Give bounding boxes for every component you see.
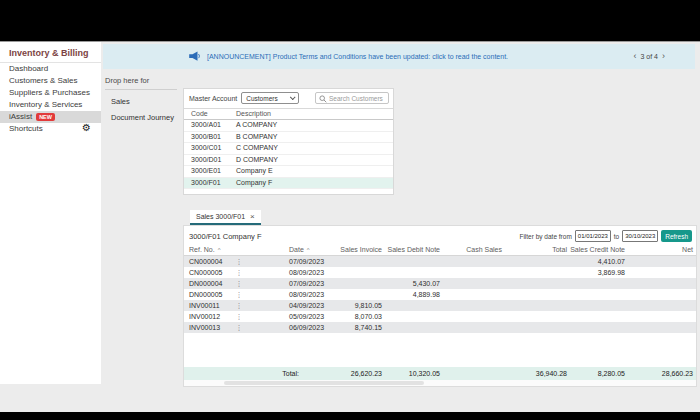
customer-row-3000-c01[interactable]: 3000/C01C COMPANY	[184, 143, 393, 155]
customer-code-cell: 3000/B01	[184, 132, 229, 143]
date-cell: 08/09/2023	[246, 267, 327, 278]
pager-next-icon[interactable]: ›	[662, 52, 665, 61]
sidebar-item-label: iAssist	[9, 111, 32, 123]
cash-sales-cell	[440, 289, 502, 300]
sidebar-item-label: Dashboard	[9, 63, 48, 75]
customer-row-3000-e01[interactable]: 3000/E01Company E	[184, 166, 393, 178]
cash-sales-cell	[440, 322, 502, 333]
date-to-input[interactable]	[622, 230, 658, 242]
sort-caret-icon: ^	[218, 247, 221, 253]
sales-invoice-cell: 8,070.03	[327, 311, 382, 322]
sidebar-item-label: Shortcuts	[9, 123, 43, 135]
row-actions-kebab-icon[interactable]: ⋮	[232, 278, 246, 289]
app-window: Inventory & Billing DashboardCustomers &…	[0, 41, 700, 412]
transactions-table-body: CN000004⋮07/09/20234,410.07CN000005⋮08/0…	[184, 256, 696, 333]
sales-debit-note-cell: 4,889.98	[382, 289, 440, 300]
sidebar-item-dashboard[interactable]: Dashboard	[0, 63, 101, 75]
refresh-button[interactable]: Refresh	[661, 230, 692, 242]
customer-row-3000-a01[interactable]: 3000/A01A COMPANY	[184, 120, 393, 132]
row-actions-kebab-icon[interactable]: ⋮	[232, 322, 246, 333]
net-cell	[625, 300, 696, 311]
date-cell: 05/09/2023	[246, 311, 327, 322]
customer-description-cell: A COMPANY	[229, 120, 393, 131]
sales-debit-note-cell	[382, 300, 440, 311]
master-account-label: Master Account	[189, 95, 237, 102]
customer-code-cell: 3000/C01	[184, 143, 229, 154]
table-row-cn000004[interactable]: CN000004⋮07/09/20234,410.07	[184, 256, 696, 267]
date-from-input[interactable]	[575, 230, 611, 242]
gear-icon[interactable]: ⚙	[82, 122, 91, 134]
customer-code-cell: 3000/E01	[184, 166, 229, 177]
horizontal-scrollbar[interactable]	[184, 380, 696, 386]
row-actions-kebab-icon[interactable]: ⋮	[232, 311, 246, 322]
ref-no-cell: CN000005	[184, 267, 232, 278]
table-row-inv00012[interactable]: INV00012⋮05/09/20238,070.03	[184, 311, 696, 322]
master-account-select[interactable]: Customers	[241, 92, 299, 104]
sales-debit-note-cell	[382, 311, 440, 322]
column-header-net: Net	[625, 244, 696, 255]
sales-invoice-cell: 9,810.05	[327, 300, 382, 311]
sales-credit-note-cell: 3,869.98	[567, 267, 625, 278]
sales-credit-note-cell	[567, 322, 625, 333]
customer-row-3000-b01[interactable]: 3000/B01B COMPANY	[184, 132, 393, 144]
customer-description-cell: Company F	[229, 178, 393, 189]
tab-label: Sales 3000/F01	[196, 213, 245, 220]
table-row-inv00013[interactable]: INV00013⋮06/09/20238,740.15	[184, 322, 696, 333]
search-icon	[319, 89, 327, 107]
date-cell: 06/09/2023	[246, 322, 327, 333]
date-filter: Filter by date from to Refresh	[519, 230, 692, 242]
total-cell	[502, 322, 567, 333]
customer-row-3000-f01[interactable]: 3000/F01Company F	[184, 178, 393, 190]
filter-label: Filter by date from	[519, 233, 571, 240]
announcement-banner[interactable]: [ANNOUNCEMENT] Product Terms and Conditi…	[103, 44, 695, 69]
sidebar-item-label: Customers & Sales	[9, 75, 77, 87]
drop-target-sales[interactable]: Sales	[105, 97, 177, 106]
column-header-sales-debit-note: Sales Debit Note	[382, 244, 440, 255]
sales-credit-note-cell	[567, 300, 625, 311]
column-header-code: Code	[184, 109, 229, 119]
cash-sales-cell	[440, 256, 502, 267]
column-header-date[interactable]: Date^	[246, 244, 327, 255]
scrollbar-thumb[interactable]	[224, 381, 424, 385]
customer-description-cell: Company E	[229, 166, 393, 177]
customer-search-input[interactable]	[329, 95, 385, 102]
sales-debit-note-cell	[382, 267, 440, 278]
row-actions-kebab-icon[interactable]: ⋮	[232, 289, 246, 300]
table-row-inv00011[interactable]: INV00011⋮04/09/20239,810.05	[184, 300, 696, 311]
row-actions-kebab-icon[interactable]: ⋮	[232, 267, 246, 278]
sales-credit-note-cell: 4,410.07	[567, 256, 625, 267]
drop-target-document-journey[interactable]: Document Journey	[105, 113, 177, 122]
totals-label: Total:	[184, 367, 327, 380]
sidebar-item-suppliers-purchases[interactable]: Suppliers & Purchases	[0, 87, 101, 99]
column-header-sales-credit-note: Sales Credit Note	[567, 244, 625, 255]
announcement-text: [ANNOUNCEMENT] Product Terms and Conditi…	[207, 53, 508, 60]
sales-invoice-cell	[327, 278, 382, 289]
drop-zone-panel: Drop here for Sales Document Journey	[105, 76, 177, 122]
customer-description-cell: C COMPANY	[229, 143, 393, 154]
ref-no-cell: INV00011	[184, 300, 232, 311]
cash-sales-cell	[440, 311, 502, 322]
table-row-dn000005[interactable]: DN000005⋮08/09/20234,889.98	[184, 289, 696, 300]
row-actions-kebab-icon[interactable]: ⋮	[232, 300, 246, 311]
table-row-cn000005[interactable]: CN000005⋮08/09/20233,869.98	[184, 267, 696, 278]
transactions-table-header: Ref. No.^Date^Sales InvoiceSales Debit N…	[184, 244, 696, 256]
sales-invoice-cell	[327, 289, 382, 300]
net-cell	[625, 256, 696, 267]
pager-label: 3 of 4	[640, 53, 658, 60]
tab-sales-3000-f01[interactable]: Sales 3000/F01 ×	[190, 210, 261, 225]
net-cell	[625, 278, 696, 289]
ref-no-cell: DN000005	[184, 289, 232, 300]
close-icon[interactable]: ×	[250, 213, 255, 221]
drop-zone-title: Drop here for	[105, 76, 177, 90]
sidebar-item-inventory-services[interactable]: Inventory & Services	[0, 99, 101, 111]
column-header-ref-no[interactable]: Ref. No.^	[184, 244, 232, 255]
row-actions-kebab-icon[interactable]: ⋮	[232, 256, 246, 267]
customer-table-header: Code Description	[184, 108, 393, 120]
pager-prev-icon[interactable]: ‹	[633, 52, 636, 61]
total-cell	[502, 256, 567, 267]
table-row-dn000004[interactable]: DN000004⋮07/09/20235,430.07	[184, 278, 696, 289]
customer-row-3000-d01[interactable]: 3000/D01D COMPANY	[184, 155, 393, 167]
customer-code-cell: 3000/A01	[184, 120, 229, 131]
sales-debit-note-cell	[382, 256, 440, 267]
sidebar-item-customers-sales[interactable]: Customers & Sales	[0, 75, 101, 87]
